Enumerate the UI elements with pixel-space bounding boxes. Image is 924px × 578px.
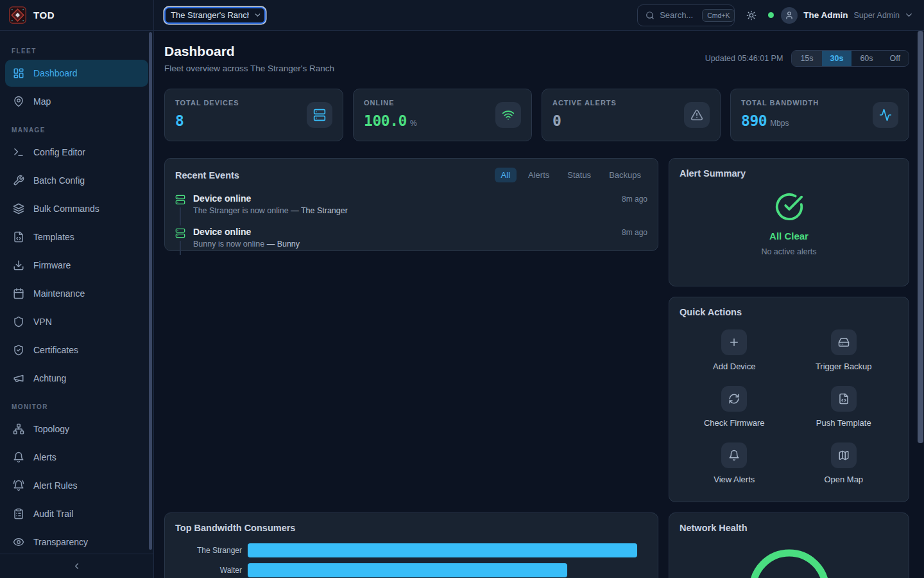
sidebar-item-label: Config Editor bbox=[33, 147, 85, 157]
sidebar-item-label: Maintenance bbox=[33, 288, 85, 299]
sidebar-item-label: Firmware bbox=[33, 260, 71, 270]
sidebar-collapse-button[interactable] bbox=[0, 554, 153, 578]
user-role: Super Admin bbox=[853, 11, 900, 20]
refresh-off-button[interactable]: Off bbox=[882, 51, 909, 66]
stat-icon-chip bbox=[873, 102, 898, 128]
terminal-icon bbox=[13, 146, 24, 158]
event-row[interactable]: Device online 8m ago Bunny is now online… bbox=[175, 223, 647, 257]
bandwidth-row: The Stranger bbox=[175, 543, 647, 557]
refresh-30s-button[interactable]: 30s bbox=[822, 51, 852, 66]
alert-summary-title: Alert Summary bbox=[680, 168, 746, 179]
health-ring bbox=[744, 545, 834, 578]
sidebar-scrollbar[interactable] bbox=[149, 32, 152, 550]
sidebar-item-label: Batch Config bbox=[33, 175, 85, 186]
event-device: — Bunny bbox=[267, 240, 300, 249]
stat-unit: Mbps bbox=[770, 119, 789, 128]
stat-cards: TOTAL DEVICES 8 ONLINE 100.0 % bbox=[164, 89, 909, 141]
trigger-backup-button[interactable]: Trigger Backup bbox=[789, 329, 899, 371]
network-icon bbox=[13, 423, 24, 435]
sidebar-item-audit-trail[interactable]: Audit Trail bbox=[5, 500, 148, 527]
refresh-icon bbox=[728, 393, 740, 405]
network-health-panel: Network Health 100 bbox=[669, 512, 909, 578]
stat-label: TOTAL DEVICES bbox=[175, 99, 239, 107]
avatar[interactable] bbox=[781, 7, 798, 24]
fleet-selector[interactable]: The Stranger's Ranch bbox=[164, 7, 266, 24]
user-icon bbox=[785, 11, 794, 20]
event-time: 8m ago bbox=[622, 228, 647, 237]
user-menu-chevron-icon[interactable] bbox=[904, 10, 914, 20]
hard-drive-icon bbox=[838, 337, 850, 348]
event-device: — The Stranger bbox=[291, 206, 348, 215]
refresh-interval-group: 15s 30s 60s Off bbox=[791, 50, 909, 67]
events-tab-alerts[interactable]: Alerts bbox=[522, 168, 556, 182]
main-scrollbar[interactable] bbox=[918, 31, 923, 443]
sidebar-item-label: Transparency bbox=[33, 537, 88, 547]
shield-icon bbox=[13, 316, 24, 328]
sidebar-item-dashboard[interactable]: Dashboard bbox=[5, 60, 148, 87]
event-row[interactable]: Device online 8m ago The Stranger is now… bbox=[175, 190, 647, 223]
wrench-icon bbox=[13, 175, 24, 186]
sidebar-item-label: Map bbox=[33, 96, 51, 107]
sidebar-item-config-editor[interactable]: Config Editor bbox=[5, 139, 148, 166]
map-pin-icon bbox=[13, 96, 24, 107]
sidebar-item-firmware[interactable]: Firmware bbox=[5, 252, 148, 279]
sidebar-item-alert-rules[interactable]: Alert Rules bbox=[5, 472, 148, 499]
sidebar-item-label: Achtung bbox=[33, 373, 66, 383]
app-logo-icon bbox=[9, 6, 26, 24]
stat-card-total-bandwidth: TOTAL BANDWIDTH 890 Mbps bbox=[730, 89, 909, 141]
events-tab-all[interactable]: All bbox=[495, 168, 517, 182]
sun-icon bbox=[746, 10, 757, 21]
quick-actions-panel: Quick Actions Add Device Trigger Backup … bbox=[669, 297, 909, 502]
sidebar-item-vpn[interactable]: VPN bbox=[5, 308, 148, 335]
sidebar-item-topology[interactable]: Topology bbox=[5, 416, 148, 442]
sidebar-item-alerts[interactable]: Alerts bbox=[5, 444, 148, 471]
event-title: Device online bbox=[193, 193, 251, 204]
refresh-15s-button[interactable]: 15s bbox=[792, 51, 821, 66]
sidebar-item-maintenance[interactable]: Maintenance bbox=[5, 280, 148, 307]
layers-icon bbox=[13, 203, 24, 215]
stat-icon-chip bbox=[684, 102, 710, 128]
events-tab-status[interactable]: Status bbox=[561, 168, 597, 182]
stat-value: 100.0 bbox=[364, 112, 407, 129]
sidebar-item-transparency[interactable]: Transparency bbox=[5, 529, 148, 554]
eye-icon bbox=[13, 536, 24, 548]
search-box[interactable]: Cmd+K bbox=[637, 4, 735, 26]
stat-label: ACTIVE ALERTS bbox=[552, 99, 617, 107]
view-alerts-button[interactable]: View Alerts bbox=[680, 442, 789, 484]
topbar: TOD The Stranger's Ranch Cmd+K The Admin… bbox=[0, 0, 924, 31]
updated-timestamp: Updated 05:46:01 PM bbox=[705, 54, 783, 63]
theme-toggle-button[interactable] bbox=[742, 6, 760, 24]
quick-action-label: Trigger Backup bbox=[816, 362, 872, 371]
alert-summary-note: No active alerts bbox=[761, 247, 816, 256]
check-firmware-button[interactable]: Check Firmware bbox=[680, 386, 789, 428]
sidebar-item-map[interactable]: Map bbox=[5, 88, 148, 115]
sidebar-item-templates[interactable]: Templates bbox=[5, 223, 148, 250]
sidebar-item-batch-config[interactable]: Batch Config bbox=[5, 167, 148, 194]
stat-label: ONLINE bbox=[364, 99, 417, 107]
stat-value: 8 bbox=[175, 112, 184, 129]
bandwidth-device-label: The Stranger bbox=[175, 546, 248, 555]
sidebar-item-achtung[interactable]: Achtung bbox=[5, 365, 148, 392]
refresh-60s-button[interactable]: 60s bbox=[851, 51, 881, 66]
sidebar-item-bulk-commands[interactable]: Bulk Commands bbox=[5, 195, 148, 222]
search-icon bbox=[646, 11, 654, 20]
add-device-button[interactable]: Add Device bbox=[680, 329, 789, 371]
search-input[interactable] bbox=[660, 10, 697, 20]
bell-ring-icon bbox=[13, 480, 24, 491]
icon-chip bbox=[721, 386, 747, 412]
sidebar-item-certificates[interactable]: Certificates bbox=[5, 337, 148, 363]
network-health-gauge: 100 bbox=[680, 545, 898, 578]
stat-card-active-alerts: ACTIVE ALERTS 0 bbox=[542, 89, 721, 141]
icon-chip bbox=[721, 442, 747, 468]
file-code-icon bbox=[838, 393, 850, 405]
user-name: The Admin bbox=[803, 10, 848, 20]
chevron-left-icon bbox=[72, 561, 81, 571]
push-template-button[interactable]: Push Template bbox=[789, 386, 899, 428]
brand-name: TOD bbox=[33, 10, 55, 21]
server-icon bbox=[313, 109, 326, 121]
sidebar-item-label: VPN bbox=[33, 317, 52, 327]
alert-summary-status: All Clear bbox=[769, 231, 809, 241]
events-tab-backups[interactable]: Backups bbox=[603, 168, 647, 182]
open-map-button[interactable]: Open Map bbox=[789, 442, 899, 484]
event-detail: The Stranger is now online bbox=[193, 206, 291, 215]
